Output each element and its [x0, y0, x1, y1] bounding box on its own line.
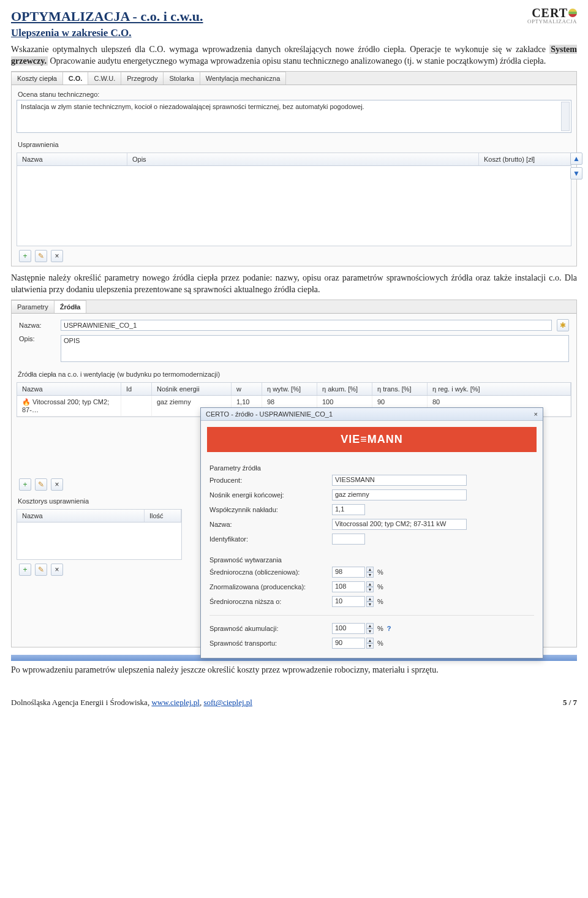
spinner-down[interactable]: ▼ — [366, 587, 374, 592]
carrier-select[interactable]: gaz ziemny — [332, 489, 467, 500]
tab-zrodla[interactable]: Źródła — [55, 300, 87, 313]
sources-section-label: Źródła ciepła na c.o. i wentylację (w bu… — [17, 369, 571, 380]
producer-select[interactable]: VIESSMANN — [332, 475, 467, 486]
name-label: Nazwa: — [19, 322, 56, 329]
improvements-label: Usprawnienia — [17, 139, 571, 150]
eff-low-label: Średnioroczna niższa o: — [209, 598, 332, 605]
src-add-button[interactable]: + — [19, 478, 31, 491]
grid-body-empty[interactable] — [17, 166, 571, 246]
delete-button[interactable]: × — [51, 250, 63, 262]
col-name: Nazwa — [17, 153, 127, 165]
spinner-down[interactable]: ▼ — [366, 643, 374, 649]
assessment-textarea[interactable]: Instalacja w złym stanie technicznym, ko… — [17, 100, 571, 133]
intro-text-a: Wskazanie optymalnych ulepszeń dla C.O. … — [11, 45, 549, 54]
brand-logo: CERT OPTYMALIZACJA — [527, 7, 577, 25]
move-up-button[interactable]: ▲ — [570, 153, 582, 165]
footer-link-email[interactable]: soft@cieplej.pl — [203, 698, 252, 707]
eff-avg-input[interactable]: 98 — [332, 567, 365, 578]
page-footer: Dolnośląska Agencja Energii i Środowiska… — [11, 698, 577, 707]
move-down-button[interactable]: ▼ — [570, 167, 582, 179]
eff-norm-input[interactable]: 108 — [332, 581, 365, 592]
spinner-down[interactable]: ▼ — [366, 572, 374, 578]
carrier-label: Nośnik energii końcowej: — [209, 491, 332, 499]
kosz-delete-button[interactable]: × — [51, 564, 63, 576]
edit-button[interactable]: ✎ — [35, 250, 47, 262]
src-cell-id — [121, 396, 152, 416]
add-button[interactable]: + — [19, 250, 31, 262]
kosztorys-grid: Nazwa Ilość — [17, 509, 182, 560]
tab-strip: Koszty ciepła C.O. C.W.U. Przegrody Stol… — [12, 72, 576, 85]
source-dialog: CERTO - źródło - USPRAWNIENIE_CO_1 × VIE… — [200, 407, 543, 658]
dlg-id-label: Identyfikator: — [209, 535, 332, 543]
dlg-id-input[interactable] — [332, 534, 365, 545]
spinner-down[interactable]: ▼ — [366, 602, 374, 607]
dialog-close-button[interactable]: × — [534, 410, 538, 418]
eff-avg-label: Średnioroczna (obliczeniowa): — [209, 568, 332, 576]
eff-norm-unit: % — [377, 583, 383, 590]
kosztorys-body[interactable] — [17, 523, 181, 559]
dlg-name-label: Nazwa: — [209, 521, 332, 528]
kosz-col-qty: Ilość — [145, 510, 181, 522]
coeff-label: Współczynnik nakładu: — [209, 506, 332, 513]
tab-cwu[interactable]: C.W.U. — [88, 72, 121, 85]
dlg-name-select[interactable]: Vitocrossal 200; typ CM2; 87-311 kW — [332, 519, 467, 530]
col-cost: Koszt (brutto) [zł] — [479, 153, 571, 165]
tab-koszty-ciepla[interactable]: Koszty ciepła — [12, 72, 63, 85]
src-cell-name: 🔥 Vitocrossal 200; typ CM2; 87-… — [17, 396, 121, 416]
assessment-value: Instalacja w złym stanie technicznym, ko… — [21, 103, 364, 110]
eff-low-unit: % — [377, 598, 383, 605]
src-col-etar: η reg. i wyk. [%] — [428, 383, 571, 395]
assessment-label: Ocena stanu technicznego: — [17, 89, 571, 100]
spinner-up[interactable]: ▲ — [366, 567, 374, 572]
page-subtitle: Ulepszenia w zakresie C.O. — [11, 27, 203, 39]
tab-strip-2: Parametry Źródła — [12, 300, 576, 314]
eff-low-input[interactable]: 10 — [332, 596, 365, 607]
spinner-up[interactable]: ▲ — [366, 596, 374, 602]
kosz-col-name: Nazwa — [17, 510, 145, 522]
footer-org: Dolnośląska Agencja Energii i Środowiska… — [11, 698, 151, 707]
page-title: OPTYMALIZACJA - c.o. i c.w.u. — [11, 9, 203, 25]
src-col-etaa: η akum. [%] — [317, 383, 372, 395]
spinner-up[interactable]: ▲ — [366, 581, 374, 587]
name-input[interactable]: USPRAWNIENIE_CO_1 — [61, 320, 552, 331]
src-col-etaw: η wytw. [%] — [262, 383, 317, 395]
trans-input[interactable]: 90 — [332, 638, 365, 649]
screenshot-source-tab: Parametry Źródła Nazwa: USPRAWNIENIE_CO_… — [11, 300, 577, 647]
name-star-button[interactable]: ✱ — [557, 319, 569, 331]
improvements-grid: Nazwa Opis Koszt (brutto) [zł] — [17, 153, 571, 246]
trans-unit: % — [377, 640, 383, 647]
tab-stolarka[interactable]: Stolarka — [164, 72, 200, 85]
dialog-section-eff: Sprawność wytwarzania — [209, 553, 534, 565]
scrollbar[interactable] — [561, 102, 570, 131]
intro-text-b: Opracowanie audytu energetycznego wymaga… — [50, 56, 546, 66]
coeff-input[interactable]: 1,1 — [332, 504, 365, 515]
tab-co[interactable]: C.O. — [63, 72, 89, 85]
tab-przegrody[interactable]: Przegrody — [121, 72, 164, 85]
tab-parametry[interactable]: Parametry — [12, 300, 55, 313]
page-number: 5 / 7 — [563, 698, 577, 707]
mid-paragraph: Następnie należy określić parametry nowe… — [11, 273, 577, 296]
logo-text: CERT — [532, 6, 568, 20]
src-col-id: Id — [121, 383, 152, 395]
akum-input[interactable]: 100 — [332, 623, 365, 634]
src-edit-button[interactable]: ✎ — [35, 478, 47, 491]
footer-link-site[interactable]: www.cieplej.pl — [151, 698, 200, 707]
tab-wentylacja[interactable]: Wentylacja mechaniczna — [200, 72, 286, 85]
kosz-add-button[interactable]: + — [19, 564, 31, 576]
help-icon[interactable]: ? — [387, 625, 391, 632]
desc-label: Opis: — [19, 335, 56, 342]
outro-paragraph: Po wprowadzeniu parametrów ulepszenia na… — [11, 665, 577, 676]
desc-textarea[interactable]: OPIS — [61, 335, 569, 362]
spinner-up[interactable]: ▲ — [366, 623, 374, 628]
dialog-title: CERTO - źródło - USPRAWNIENIE_CO_1 — [206, 410, 333, 418]
trans-label: Sprawność transportu: — [209, 640, 332, 647]
viessmann-brandbar: VIE≡MANN — [207, 427, 537, 452]
spinner-down[interactable]: ▼ — [366, 628, 374, 634]
src-col-name: Nazwa — [17, 383, 121, 395]
spinner-up[interactable]: ▲ — [366, 638, 374, 643]
logo-subtext: OPTYMALIZACJA — [527, 19, 577, 25]
src-delete-button[interactable]: × — [51, 478, 63, 491]
producer-label: Producent: — [209, 477, 332, 484]
kosz-edit-button[interactable]: ✎ — [35, 564, 47, 576]
src-col-etat: η trans. [%] — [372, 383, 428, 395]
